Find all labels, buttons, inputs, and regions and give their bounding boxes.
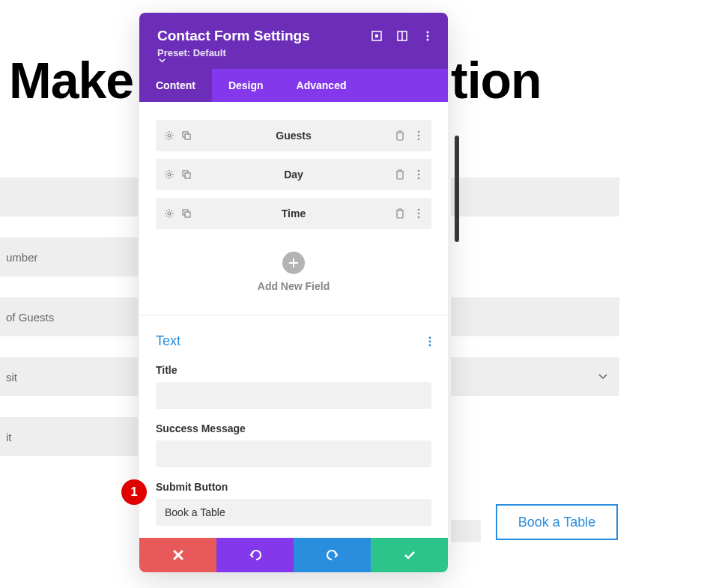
bg-form-field[interactable] — [0, 178, 138, 216]
submit-button-label: Submit Button — [156, 481, 431, 493]
page-heading-right: tion — [451, 51, 541, 109]
close-icon — [173, 550, 183, 560]
check-icon — [404, 551, 416, 560]
annotation-marker: 1 — [121, 479, 147, 505]
field-label: Time — [282, 207, 306, 219]
svg-point-19 — [168, 212, 171, 215]
svg-point-13 — [168, 173, 171, 176]
text-more-icon[interactable] — [428, 336, 431, 347]
success-message-input[interactable] — [156, 440, 431, 467]
tab-content[interactable]: Content — [139, 69, 212, 102]
bg-time-field[interactable]: it — [0, 417, 138, 456]
svg-point-6 — [427, 39, 429, 41]
preset-selector[interactable]: Preset: Default — [157, 47, 430, 63]
gear-icon[interactable] — [163, 169, 175, 181]
trash-icon[interactable] — [394, 208, 405, 219]
undo-button[interactable] — [216, 538, 294, 572]
save-button[interactable] — [371, 538, 448, 572]
modal-body: Guests — [139, 102, 448, 538]
add-field-button[interactable] — [282, 252, 305, 274]
submit-button-input[interactable] — [156, 499, 431, 526]
svg-point-27 — [429, 344, 431, 346]
svg-rect-15 — [185, 173, 190, 178]
bg-guests-field[interactable]: of Guests — [0, 297, 138, 336]
bg-phone-field[interactable]: umber — [0, 237, 138, 276]
redo-icon — [326, 549, 339, 561]
settings-modal: Contact Form Settings Preset: Default Co… — [139, 13, 448, 572]
gear-icon[interactable] — [163, 130, 175, 142]
divider — [139, 315, 448, 315]
bg-form-field[interactable] — [451, 178, 619, 216]
svg-point-17 — [417, 174, 419, 176]
title-label: Title — [156, 364, 431, 376]
modal-footer — [139, 538, 448, 572]
field-label: Guests — [276, 130, 311, 142]
title-input[interactable] — [156, 382, 431, 409]
svg-point-4 — [427, 31, 429, 34]
field-row-time[interactable]: Time — [156, 198, 431, 229]
chevron-down-icon — [598, 374, 607, 380]
modal-tabs: Content Design Advanced — [139, 69, 448, 102]
gear-icon[interactable] — [163, 208, 175, 219]
duplicate-icon[interactable] — [180, 130, 192, 142]
add-field-label: Add New Field — [156, 280, 431, 292]
redo-button[interactable] — [294, 538, 371, 572]
tab-advanced[interactable]: Advanced — [280, 69, 363, 102]
cancel-button[interactable] — [139, 538, 216, 572]
field-label: Day — [284, 169, 303, 181]
trash-icon[interactable] — [394, 130, 405, 142]
svg-point-25 — [429, 336, 431, 339]
svg-rect-9 — [185, 134, 190, 139]
field-row-guests[interactable]: Guests — [156, 120, 431, 151]
more-icon[interactable] — [421, 29, 434, 43]
bg-dropdown-field[interactable] — [451, 357, 619, 396]
svg-point-7 — [168, 134, 171, 137]
duplicate-icon[interactable] — [180, 169, 192, 181]
svg-point-18 — [417, 178, 419, 180]
trash-icon[interactable] — [394, 169, 405, 181]
undo-icon — [249, 549, 262, 561]
book-table-button[interactable]: Book a Table — [496, 504, 618, 540]
svg-point-5 — [427, 35, 429, 37]
bg-day-field[interactable]: sit — [0, 357, 138, 396]
more-vertical-icon[interactable] — [413, 169, 424, 181]
field-row-day[interactable]: Day — [156, 159, 431, 190]
text-section-heading[interactable]: Text — [156, 333, 180, 349]
svg-point-26 — [429, 340, 431, 342]
modal-header: Contact Form Settings Preset: Default — [139, 13, 448, 69]
svg-point-12 — [417, 139, 419, 141]
svg-point-22 — [417, 209, 419, 211]
bg-shape — [451, 520, 481, 542]
svg-point-10 — [417, 131, 419, 133]
success-message-label: Success Message — [156, 422, 431, 434]
duplicate-icon[interactable] — [180, 208, 192, 219]
svg-rect-1 — [375, 34, 378, 37]
svg-point-16 — [417, 170, 419, 172]
svg-point-24 — [417, 216, 419, 219]
responsive-icon[interactable] — [395, 29, 409, 43]
svg-point-23 — [417, 213, 419, 215]
scrollbar-thumb[interactable] — [455, 136, 459, 242]
tab-design[interactable]: Design — [212, 69, 280, 102]
text-section: Text Title Success Message Submi — [139, 333, 448, 538]
field-list: Guests — [139, 102, 448, 315]
page-heading-left: Make — [9, 51, 133, 109]
svg-point-11 — [417, 135, 419, 137]
more-vertical-icon[interactable] — [413, 208, 424, 219]
expand-icon[interactable] — [370, 29, 383, 43]
bg-form-field[interactable] — [451, 297, 619, 336]
svg-rect-21 — [185, 212, 190, 217]
more-vertical-icon[interactable] — [413, 130, 424, 142]
